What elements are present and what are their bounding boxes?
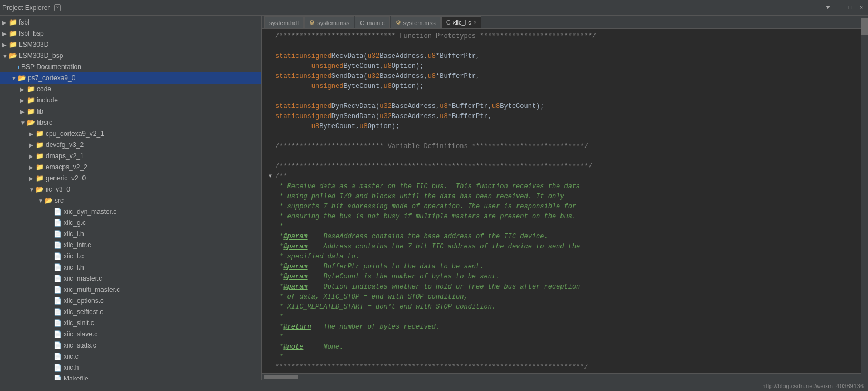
tree-item-xiic-options[interactable]: 📄 xiic_options.c <box>0 295 261 306</box>
tab-system-hdf[interactable]: system.hdf <box>264 16 304 28</box>
tree-item-xiic-l-c[interactable]: 📄 xiic_l.c <box>0 251 261 262</box>
folder-icon: 📁 <box>36 152 44 160</box>
tree-item-dmaps[interactable]: ▶ 📁 dmaps_v2_1 <box>0 150 261 162</box>
tree-item-xiic-stats[interactable]: 📄 xiic_stats.c <box>0 340 261 351</box>
tree-label: xiic_multi_master.c <box>64 286 261 294</box>
tree-label: code <box>37 85 261 93</box>
tree-item-fsbl-bsp[interactable]: ▶ 📁 fsbl_bsp <box>0 28 261 39</box>
tree-item-makefile[interactable]: 📄 Makefile <box>0 373 261 380</box>
tree-item-lsm303d[interactable]: ▶ 📁 LSM303D <box>0 39 261 50</box>
tree-label: xiic_master.c <box>64 275 261 282</box>
arrow-icon: ▼ <box>2 53 8 59</box>
main-layout: ▶ 📁 fsbl ▶ 📁 fsbl_bsp ▶ 📁 LSM303D ▼ 📂 LS… <box>0 16 868 380</box>
collapse-btn <box>266 332 274 342</box>
tree-label: xiic_slave.c <box>64 330 261 338</box>
tree-item-code[interactable]: ▶ 📁 code <box>0 84 261 95</box>
vertical-scrollbar-thumb[interactable] <box>861 18 868 35</box>
arrow-spacer <box>11 64 17 70</box>
tree-label: xiic_l.c <box>64 252 261 260</box>
tab-xiic-l-c[interactable]: C xiic_l.c × <box>441 16 482 28</box>
tab-close-icon[interactable]: × <box>474 19 477 26</box>
folder-open-icon: 📂 <box>36 185 44 193</box>
code-line: /***************************** Function … <box>266 31 857 41</box>
tree-label: Makefile <box>64 375 261 380</box>
tree-item-xiic-g[interactable]: 📄 xiic_g.c <box>0 217 261 228</box>
tree-item-xiic-i-h[interactable]: 📄 xiic_i.h <box>0 228 261 240</box>
code-line: ****************************************… <box>266 362 857 372</box>
tree-label: LSM303D <box>19 41 261 48</box>
tree-label: xiic_l.h <box>64 263 261 271</box>
arrow-spacer <box>47 287 52 293</box>
code-content-scroll[interactable]: /***************************** Function … <box>262 29 861 373</box>
folder-icon: 📁 <box>36 174 44 182</box>
arrow-icon: ▶ <box>20 86 26 92</box>
tab-system-mss2[interactable]: ⚙ system.mss <box>391 16 441 28</box>
arrow-spacer <box>47 253 52 260</box>
collapse-btn <box>266 252 274 262</box>
tree-item-src[interactable]: ▼ 📂 src <box>0 195 261 206</box>
arrow-icon: ▶ <box>2 42 8 48</box>
tree-item-xiic-selftest[interactable]: 📄 xiic_selftest.c <box>0 306 261 317</box>
collapse-btn <box>266 352 274 362</box>
toolbar-icons: ▼ — □ × <box>823 3 866 12</box>
tree-label: LSM303D_bsp <box>19 52 261 60</box>
tree-item-lib[interactable]: ▶ 📁 lib <box>0 106 261 117</box>
code-line: ▼ /** <box>266 172 857 182</box>
arrow-icon: ▼ <box>38 198 43 204</box>
tree-item-generic[interactable]: ▶ 📁 generic_v2_0 <box>0 173 261 184</box>
collapse-toggle[interactable]: ▼ <box>266 372 274 373</box>
code-line: * <box>266 222 857 232</box>
file-icon: 📄 <box>53 208 62 216</box>
file-icon: 📄 <box>53 241 62 249</box>
arrow-icon: ▶ <box>29 175 35 182</box>
horizontal-scrollbar[interactable] <box>262 373 861 380</box>
tree-label: lib <box>37 107 261 115</box>
tree-item-ps7-cortexa9[interactable]: ▼ 📂 ps7_cortexa9_0 <box>0 72 261 84</box>
collapse-btn <box>266 242 274 252</box>
arrow-icon: ▶ <box>2 19 8 26</box>
tree-item-xiic-dyn-master[interactable]: 📄 xiic_dyn_master.c <box>0 206 261 217</box>
tab-system-mss1[interactable]: ⚙ system.mss <box>304 16 354 28</box>
tree-item-devcfg[interactable]: ▶ 📁 devcfg_v3_2 <box>0 139 261 150</box>
tree-label: xiic_sinit.c <box>64 319 261 327</box>
tree-item-xiic-master[interactable]: 📄 xiic_master.c <box>0 273 261 284</box>
horizontal-scrollbar-thumb[interactable] <box>264 375 298 379</box>
filter-icon[interactable]: ▼ <box>823 3 832 12</box>
tree-item-fsbl[interactable]: ▶ 📁 fsbl <box>0 17 261 28</box>
code-line: static unsigned RecvData( u32 BaseAddres… <box>266 51 857 61</box>
collapse-btn <box>266 61 274 71</box>
tab-main-c[interactable]: C main.c <box>355 16 389 28</box>
tab-label: main.c <box>367 19 384 26</box>
tree-item-xiic-sinit[interactable]: 📄 xiic_sinit.c <box>0 317 261 329</box>
vertical-scrollbar[interactable] <box>861 16 868 380</box>
tree-item-xiic-slave[interactable]: 📄 xiic_slave.c <box>0 329 261 340</box>
tree-item-iic[interactable]: ▼ 📂 iic_v3_0 <box>0 184 261 195</box>
tree-label: xiic_i.h <box>64 230 261 238</box>
tree-item-xiic-c[interactable]: 📄 xiic.c <box>0 351 261 362</box>
tree-item-libsrc[interactable]: ▼ 📂 libsrc <box>0 117 261 128</box>
tree-item-xiic-multi-master[interactable]: 📄 xiic_multi_master.c <box>0 284 261 295</box>
folder-icon: 📁 <box>9 30 17 37</box>
minimize-icon[interactable]: — <box>835 3 843 12</box>
tree-label: dmaps_v2_1 <box>46 152 261 160</box>
tree-label: emacps_v2_2 <box>46 163 261 171</box>
tree-item-xiic-h[interactable]: 📄 xiic.h <box>0 362 261 373</box>
tree-item-xiic-l-h[interactable]: 📄 xiic_l.h <box>0 262 261 273</box>
tree-item-xiic-intr[interactable]: 📄 xiic_intr.c <box>0 240 261 251</box>
arrow-icon: ▼ <box>11 75 17 81</box>
project-tree[interactable]: ▶ 📁 fsbl ▶ 📁 fsbl_bsp ▶ 📁 LSM303D ▼ 📂 LS… <box>0 16 261 380</box>
arrow-icon: ▼ <box>29 187 35 193</box>
maximize-icon[interactable]: □ <box>846 3 855 12</box>
arrow-icon: ▶ <box>29 164 35 170</box>
tree-item-emacps[interactable]: ▶ 📁 emacps_v2_2 <box>0 162 261 173</box>
collapse-toggle[interactable]: ▼ <box>266 172 274 182</box>
tree-item-bsp-doc[interactable]: i BSP Documentation <box>0 61 261 72</box>
tree-item-cpu-cortexa9[interactable]: ▶ 📁 cpu_cortexa9_v2_1 <box>0 128 261 139</box>
tree-item-lsm303d-bsp[interactable]: ▼ 📂 LSM303D_bsp <box>0 50 261 61</box>
project-explorer-close[interactable]: × <box>54 4 61 11</box>
tree-item-include[interactable]: ▶ 📁 include <box>0 95 261 106</box>
collapse-btn <box>266 31 274 41</box>
close-window-icon[interactable]: × <box>857 3 866 12</box>
tree-label: cpu_cortexa9_v2_1 <box>46 130 261 138</box>
arrow-spacer <box>47 220 52 226</box>
